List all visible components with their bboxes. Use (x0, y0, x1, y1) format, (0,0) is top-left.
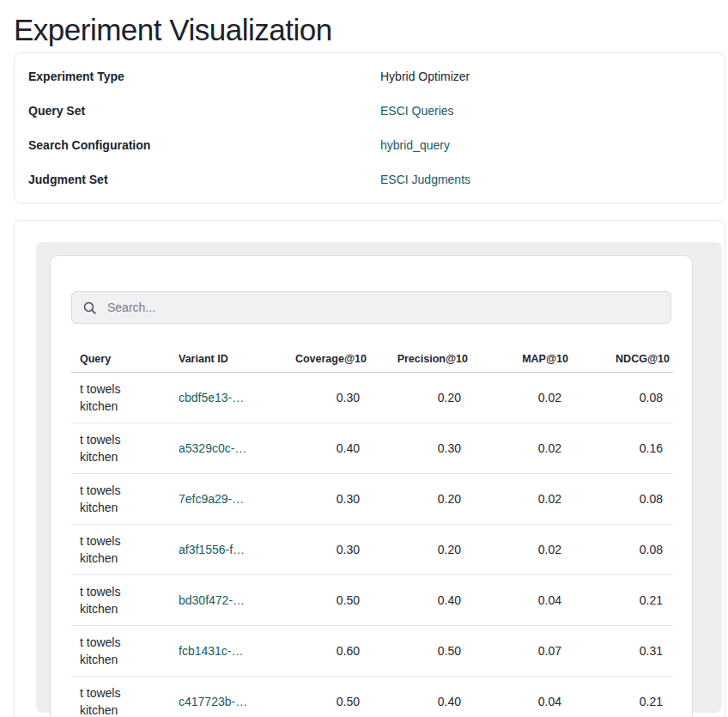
variant-link[interactable]: fcb1431c-… (179, 644, 243, 658)
metadata-row: Query SetESCI Queries (28, 94, 711, 128)
column-header: Query (71, 348, 170, 373)
column-header: MAP@10 (471, 348, 572, 373)
metric-cell: 0.02 (471, 373, 572, 423)
metadata-label: Search Configuration (28, 138, 380, 152)
metadata-label: Judgment Set (28, 173, 380, 186)
metric-cell: 0.08 (572, 525, 673, 575)
metadata-label: Query Set (28, 104, 380, 118)
results-panel: QueryVariant IDCoverage@10Precision@10MA… (36, 242, 722, 713)
variant-cell: fcb1431c-… (170, 626, 269, 677)
metric-cell: 0.31 (572, 626, 673, 677)
metric-cell: 0.20 (370, 525, 471, 575)
metric-cell: 0.40 (370, 575, 471, 626)
metric-cell: 0.20 (370, 474, 471, 525)
metadata-link[interactable]: ESCI Judgments (380, 173, 470, 186)
metric-cell: 0.02 (471, 474, 572, 525)
metadata-row: Judgment SetESCI Judgments (28, 162, 711, 197)
column-header: NDCG@10 (572, 348, 673, 373)
query-cell: t towels kitchen (71, 423, 170, 474)
metric-cell: 0.08 (572, 373, 673, 423)
query-cell: t towels kitchen (71, 525, 170, 575)
metric-cell: 0.21 (572, 677, 673, 717)
metric-cell: 0.40 (370, 677, 471, 717)
table-row: t towels kitchenfcb1431c-…0.600.500.070.… (71, 626, 673, 677)
variant-link[interactable]: cbdf5e13-… (179, 391, 244, 404)
metadata-link[interactable]: hybrid_query (380, 138, 450, 152)
metadata-value: ESCI Queries (380, 104, 454, 118)
results-table: QueryVariant IDCoverage@10Precision@10MA… (71, 348, 673, 717)
metadata-label: Experiment Type (28, 70, 380, 83)
table-row: t towels kitchenaf3f1556-f…0.300.200.020… (71, 525, 673, 575)
variant-link[interactable]: a5329c0c-… (179, 441, 246, 455)
experiment-metadata-card: Experiment TypeHybrid OptimizerQuery Set… (14, 52, 725, 204)
metric-cell: 0.21 (572, 575, 673, 626)
variant-link[interactable]: bd30f472-… (179, 593, 245, 607)
column-header: Coverage@10 (269, 348, 370, 373)
metric-cell: 0.30 (269, 525, 370, 575)
metric-cell: 0.04 (471, 575, 572, 626)
metric-cell: 0.02 (471, 525, 572, 575)
column-header: Precision@10 (370, 348, 471, 373)
query-cell: t towels kitchen (71, 575, 170, 626)
query-cell: t towels kitchen (71, 373, 170, 423)
metric-cell: 0.50 (370, 626, 471, 677)
metadata-row: Experiment TypeHybrid Optimizer (28, 59, 711, 94)
metric-cell: 0.16 (572, 423, 673, 474)
metadata-link[interactable]: ESCI Queries (380, 104, 454, 118)
metric-cell: 0.02 (471, 423, 572, 474)
search-box (71, 291, 671, 324)
table-row: t towels kitchenbd30f472-…0.500.400.040.… (71, 575, 673, 626)
metric-cell: 0.30 (269, 373, 370, 423)
table-row: t towels kitchena5329c0c-…0.400.300.020.… (71, 423, 673, 474)
variant-cell: cbdf5e13-… (170, 373, 269, 423)
variant-cell: af3f1556-f… (170, 525, 269, 575)
results-inner-card: QueryVariant IDCoverage@10Precision@10MA… (50, 255, 693, 717)
page-title: Experiment Visualization (14, 12, 728, 48)
query-cell: t towels kitchen (71, 626, 170, 677)
column-header: Variant ID (170, 348, 269, 373)
variant-link[interactable]: af3f1556-f… (179, 543, 245, 556)
variant-cell: 7efc9a29-… (170, 474, 269, 525)
metric-cell: 0.40 (269, 423, 370, 474)
metric-cell: 0.20 (370, 373, 471, 423)
metric-cell: 0.08 (572, 474, 673, 525)
variant-cell: a5329c0c-… (170, 423, 269, 474)
table-body: t towels kitchencbdf5e13-…0.300.200.020.… (71, 373, 673, 717)
variant-cell: c417723b-… (170, 677, 269, 717)
table-row: t towels kitchen7efc9a29-…0.300.200.020.… (71, 474, 673, 525)
page: Experiment Visualization Experiment Type… (0, 12, 728, 717)
metric-cell: 0.04 (471, 677, 572, 717)
variant-link[interactable]: c417723b-… (179, 695, 247, 708)
metric-cell: 0.50 (269, 575, 370, 626)
search-input[interactable] (106, 300, 660, 315)
metadata-value: hybrid_query (380, 138, 450, 152)
metric-cell: 0.07 (471, 626, 572, 677)
table-row: t towels kitchencbdf5e13-…0.300.200.020.… (71, 373, 673, 423)
metric-cell: 0.30 (269, 474, 370, 525)
metadata-value: ESCI Judgments (380, 173, 470, 186)
table-header-row: QueryVariant IDCoverage@10Precision@10MA… (71, 348, 673, 373)
search-icon (82, 301, 97, 315)
variant-link[interactable]: 7efc9a29-… (179, 492, 244, 506)
metric-cell: 0.50 (269, 677, 370, 717)
query-cell: t towels kitchen (71, 677, 170, 717)
metadata-text: Hybrid Optimizer (380, 70, 470, 83)
metadata-value: Hybrid Optimizer (380, 70, 470, 83)
metric-cell: 0.60 (269, 626, 370, 677)
metadata-row: Search Configurationhybrid_query (28, 128, 711, 162)
table-row: t towels kitchenc417723b-…0.500.400.040.… (71, 677, 673, 717)
variant-cell: bd30f472-… (170, 575, 269, 626)
results-outer-card: QueryVariant IDCoverage@10Precision@10MA… (14, 220, 725, 717)
query-cell: t towels kitchen (71, 474, 170, 525)
metric-cell: 0.30 (370, 423, 471, 474)
